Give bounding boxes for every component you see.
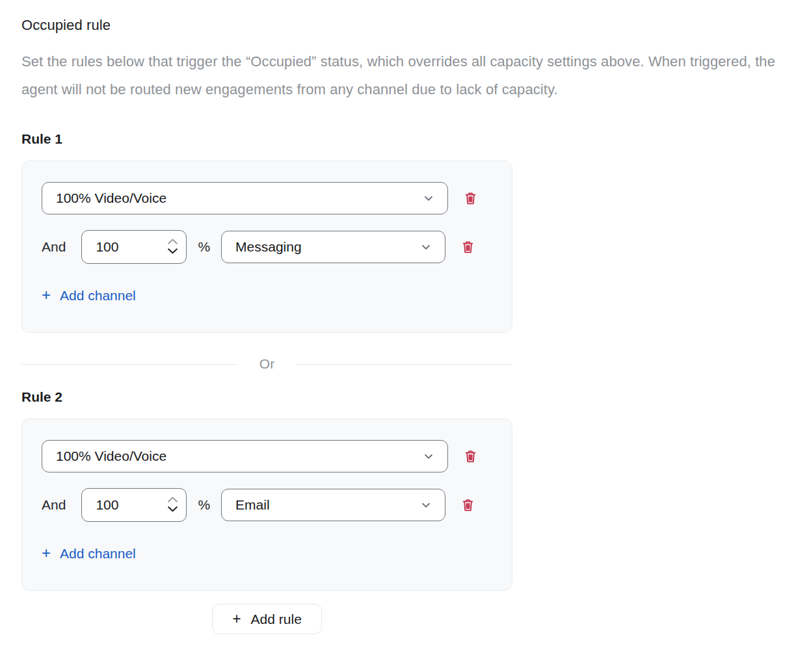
- rule-1-secondary-channel-select[interactable]: Messaging: [221, 231, 445, 263]
- rule-2-percent-stepper: [167, 497, 178, 514]
- rule-1-primary-row: 100% Video/Voice: [42, 182, 492, 214]
- add-rule-button[interactable]: + Add rule: [212, 604, 322, 634]
- rule-1-delete-secondary-channel-button[interactable]: [459, 239, 476, 255]
- stepper-up-button[interactable]: [167, 497, 178, 504]
- add-rule-label: Add rule: [251, 612, 302, 627]
- rule-1-channel-select-value: 100% Video/Voice: [56, 190, 166, 206]
- chevron-down-icon: [167, 505, 178, 515]
- stepper-down-button[interactable]: [167, 506, 178, 514]
- stepper-down-button[interactable]: [167, 248, 178, 256]
- rule-1-and-row: And % Messag: [42, 230, 492, 264]
- stepper-up-button[interactable]: [167, 239, 178, 246]
- plus-icon: +: [42, 544, 51, 562]
- rule-1-percent-stepper: [167, 239, 178, 256]
- chevron-down-icon: [419, 240, 432, 253]
- trash-icon: [463, 191, 478, 206]
- and-label: And: [42, 497, 66, 513]
- percent-symbol: %: [198, 239, 210, 255]
- add-channel-label: Add channel: [60, 546, 136, 562]
- occupied-rule-section: Occupied rule Set the rules below that t…: [0, 0, 809, 634]
- divider-line: [296, 364, 512, 365]
- trash-icon: [460, 498, 475, 513]
- rule-1-percent-input[interactable]: [96, 239, 149, 255]
- rule-1-card: 100% Video/Voice And: [21, 161, 512, 333]
- rule-2-delete-secondary-channel-button[interactable]: [459, 497, 476, 513]
- chevron-up-icon: [167, 237, 178, 247]
- chevron-down-icon: [422, 192, 435, 205]
- rule-2-card: 100% Video/Voice And: [21, 419, 512, 591]
- rule-2-label: Rule 2: [21, 389, 809, 405]
- chevron-down-icon: [167, 247, 178, 257]
- rule-2-channel-select-value: 100% Video/Voice: [56, 448, 166, 464]
- rule-2-percent-input[interactable]: [96, 497, 149, 513]
- chevron-down-icon: [422, 450, 435, 463]
- and-label: And: [42, 239, 66, 255]
- rule-1-percent-input-box: [81, 230, 187, 264]
- chevron-down-icon: [419, 498, 432, 511]
- rule-2-secondary-channel-select[interactable]: Email: [221, 489, 445, 521]
- chevron-up-icon: [167, 495, 178, 505]
- add-channel-label: Add channel: [60, 288, 136, 304]
- trash-icon: [460, 240, 475, 255]
- or-divider-label: Or: [259, 356, 274, 372]
- percent-symbol: %: [198, 497, 210, 513]
- page-title: Occupied rule: [21, 17, 809, 34]
- rule-2-channel-select[interactable]: 100% Video/Voice: [42, 440, 448, 472]
- divider-line: [21, 364, 238, 365]
- rule-2-add-channel-button[interactable]: + Add channel: [42, 545, 136, 563]
- rule-2-percent-input-box: [81, 488, 187, 522]
- rule-1-add-channel-button[interactable]: + Add channel: [42, 287, 136, 305]
- rule-1-delete-channel-button[interactable]: [462, 190, 479, 207]
- rule-2-delete-channel-button[interactable]: [462, 448, 479, 465]
- section-description: Set the rules below that trigger the “Oc…: [21, 47, 805, 103]
- rule-1-label: Rule 1: [21, 131, 809, 147]
- rule-2-secondary-channel-value: Email: [235, 497, 270, 513]
- plus-icon: +: [232, 610, 241, 628]
- add-rule-container: + Add rule: [21, 604, 512, 634]
- rule-1-channel-select[interactable]: 100% Video/Voice: [42, 182, 448, 214]
- trash-icon: [463, 449, 478, 464]
- or-divider: Or: [21, 356, 512, 372]
- rule-2-primary-row: 100% Video/Voice: [42, 440, 492, 472]
- plus-icon: +: [42, 286, 51, 304]
- rule-1-secondary-channel-value: Messaging: [235, 239, 302, 255]
- rule-2-and-row: And % Email: [42, 488, 492, 522]
